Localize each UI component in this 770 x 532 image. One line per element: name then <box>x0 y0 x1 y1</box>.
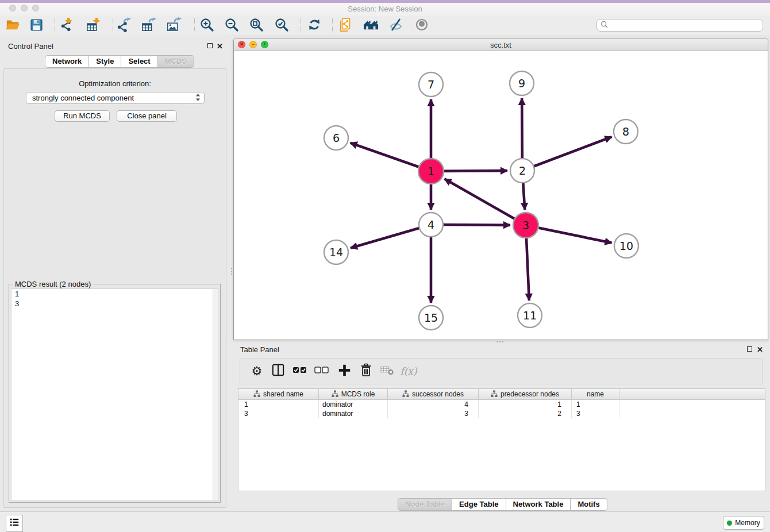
memory-button[interactable]: Memory <box>723 516 764 530</box>
table-cell[interactable]: 1 <box>238 400 319 409</box>
checked-boxes-icon <box>292 366 307 376</box>
search-input[interactable] <box>608 21 759 30</box>
zoom-out-icon <box>224 17 239 34</box>
table-settings-button[interactable]: ⚙ <box>247 358 267 384</box>
import-network-button[interactable] <box>59 18 75 34</box>
optimization-criterion-label: Optimization criterion: <box>4 79 226 88</box>
graph-node-label: 1 <box>428 165 434 178</box>
table-cell[interactable]: 3 <box>572 409 619 418</box>
task-history-button[interactable] <box>6 515 23 532</box>
toolbar-separator <box>113 18 113 33</box>
split-columns-icon <box>272 364 284 379</box>
tab-network-table[interactable]: Network Table <box>506 498 571 511</box>
toolbar-separator <box>55 18 55 33</box>
save-session-button[interactable] <box>28 18 44 34</box>
tab-network[interactable]: Network <box>45 55 89 68</box>
result-scrollbar[interactable] <box>213 289 218 500</box>
plus-icon <box>338 364 351 379</box>
mcds-result-line: 3 <box>11 299 218 309</box>
close-table-panel-icon[interactable]: ✕ <box>757 346 763 353</box>
toolbar-separator <box>194 18 195 33</box>
criterion-select[interactable]: strongly connected component <box>26 92 205 104</box>
node-table: shared nameMCDS rolesuccessor nodesprede… <box>238 388 765 491</box>
tree-icon <box>253 390 260 399</box>
deselect-all-button[interactable] <box>312 358 332 384</box>
column-header-predecessor-nodes[interactable]: predecessor nodes <box>479 389 572 399</box>
import-table-button[interactable] <box>86 18 102 34</box>
export-table-icon <box>141 17 156 34</box>
column-header-name[interactable]: name <box>572 389 619 399</box>
table-row[interactable]: 1dominator411 <box>238 400 765 409</box>
delete-row-button[interactable] <box>356 358 376 384</box>
application-window: Session: New Session <box>0 0 770 532</box>
export-table-button[interactable] <box>141 18 157 34</box>
eye-slash-icon <box>388 17 403 34</box>
graph-node-label: 11 <box>523 309 537 322</box>
search-field[interactable] <box>596 19 763 32</box>
column-header-successor-nodes[interactable]: successor nodes <box>388 389 479 399</box>
delete-table-button[interactable] <box>378 358 397 384</box>
close-panel-icon[interactable]: ✕ <box>217 43 223 50</box>
table-cell[interactable]: 1 <box>572 400 619 409</box>
open-folder-icon <box>5 17 20 34</box>
unchecked-boxes-icon <box>314 366 329 376</box>
table-row[interactable]: 3dominator323 <box>238 409 765 418</box>
criterion-selected-value: strongly connected component <box>32 94 195 102</box>
table-cell[interactable]: 2 <box>479 409 572 418</box>
float-panel-icon[interactable] <box>207 43 213 48</box>
export-network-button[interactable] <box>116 18 132 34</box>
table-cell[interactable]: 1 <box>479 400 572 409</box>
column-header-label: predecessor nodes <box>500 390 559 398</box>
column-header-shared-name[interactable]: shared name <box>238 389 319 399</box>
table-cell[interactable]: dominator <box>319 409 388 418</box>
mcds-tab-pane: Optimization criterion: strongly connect… <box>3 68 226 508</box>
zoom-selected-icon <box>274 17 289 34</box>
export-network-icon <box>117 17 132 34</box>
export-image-button[interactable] <box>166 18 182 34</box>
graph-node-label: 7 <box>428 78 434 91</box>
select-all-button[interactable] <box>290 358 310 384</box>
tab-node-table[interactable]: Node Table <box>398 498 452 511</box>
mcds-result-line: 1 <box>11 289 218 299</box>
tab-style[interactable]: Style <box>89 55 121 68</box>
add-row-button[interactable] <box>334 358 354 384</box>
import-network-icon <box>60 17 75 34</box>
first-neighbors-button[interactable] <box>363 18 379 34</box>
mcds-result-textarea[interactable]: 13 <box>11 288 218 500</box>
refresh-button[interactable] <box>306 18 322 34</box>
open-session-button[interactable] <box>5 18 21 34</box>
new-network-from-selection-button[interactable] <box>338 18 354 34</box>
table-cell[interactable]: 3 <box>238 409 319 418</box>
zoom-fit-icon <box>249 17 264 34</box>
search-icon <box>600 20 608 30</box>
graph-edge-2-8[interactable] <box>522 137 612 171</box>
delete-table-icon <box>380 364 394 379</box>
graph-edge-3-1[interactable] <box>444 179 526 225</box>
zoom-selected-button[interactable] <box>274 18 290 34</box>
zoom-fit-button[interactable] <box>248 18 264 34</box>
tab-select[interactable]: Select <box>121 55 157 68</box>
network-canvas[interactable]: 7968124314101511 <box>234 51 768 340</box>
tab-mcds[interactable]: MCDS <box>158 55 194 68</box>
tab-motifs[interactable]: Motifs <box>571 498 607 511</box>
zoom-out-button[interactable] <box>224 18 240 34</box>
network-document-icon <box>338 17 353 34</box>
function-builder-button[interactable]: f(x) <box>399 358 418 384</box>
zoom-in-button[interactable] <box>199 18 215 34</box>
run-mcds-button[interactable]: Run MCDS <box>55 110 110 122</box>
table-cell[interactable]: 4 <box>388 400 479 409</box>
tree-icon <box>402 390 409 399</box>
tab-edge-table[interactable]: Edge Table <box>452 498 506 511</box>
hide-selected-button[interactable] <box>388 18 404 34</box>
table-header: shared nameMCDS rolesuccessor nodesprede… <box>238 389 765 400</box>
column-header-mcds-role[interactable]: MCDS role <box>319 389 388 399</box>
table-cell[interactable]: 3 <box>388 409 479 418</box>
show-all-button[interactable] <box>414 18 430 34</box>
split-columns-button[interactable] <box>268 358 288 384</box>
list-icon <box>9 517 20 530</box>
float-table-panel-icon[interactable] <box>747 346 752 352</box>
mcds-result-title: MCDS result (2 nodes) <box>13 280 93 288</box>
network-view-window: ✕ − + scc.txt 7968124314101511 <box>233 38 768 340</box>
close-panel-button[interactable]: Close panel <box>117 110 177 122</box>
table-cell[interactable]: dominator <box>319 400 388 409</box>
